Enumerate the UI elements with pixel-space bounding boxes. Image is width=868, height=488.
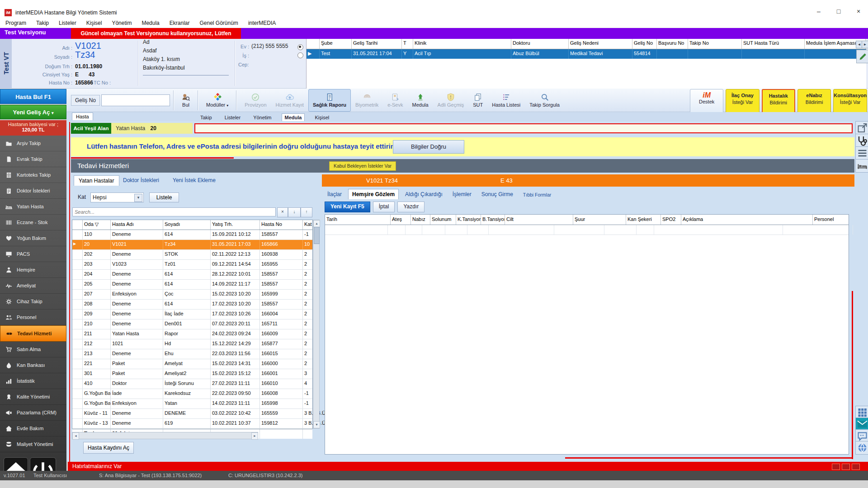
toolbar-button[interactable]: Provizyon: [240, 89, 271, 112]
sidebar-item[interactable]: Doktor İstekleri: [0, 183, 66, 199]
nurse-empty-row[interactable]: [325, 225, 849, 235]
table-row[interactable]: 203 V1023 Tz01 09.12.2021 14:54 165955 2: [72, 260, 312, 270]
toolbar-button[interactable]: Biyometrik: [351, 89, 383, 112]
right-panel-tab[interactable]: Sonuç Girme: [478, 189, 517, 199]
search-down-button[interactable]: ↓: [288, 207, 301, 217]
toolbar-button[interactable]: Adli Geçmiş: [433, 89, 469, 112]
table-row[interactable]: 212 1021 Hd 15.12.2022 14:29 165877 2: [72, 339, 312, 349]
sidebar-item[interactable]: Ameliyat: [0, 278, 66, 294]
nurse-column-header[interactable]: B.Tansiyon: [481, 215, 505, 225]
reminder-icon-2[interactable]: [842, 464, 850, 470]
menu-item[interactable]: Takip: [36, 20, 49, 26]
table-row[interactable]: 213 Deneme Ehu 22.03.2023 11:56 166015 2: [72, 349, 312, 359]
search-clear-button[interactable]: ×: [277, 207, 288, 217]
table-row[interactable]: 205 Deneme 614 14.09.2022 11:17 158557 2: [72, 280, 312, 290]
iptal-button[interactable]: İptal: [373, 202, 395, 212]
bul-button[interactable]: Bul: [177, 89, 194, 112]
sidebar-item[interactable]: Hemşire: [0, 262, 66, 278]
table-row[interactable]: G.Yoğun Ba İade Karekodsuz 22.02.2023 09…: [72, 389, 312, 399]
maximize-button[interactable]: □: [829, 5, 848, 17]
sidebar-item[interactable]: Kan Bankası: [0, 357, 66, 373]
toolbar-button[interactable]: Medula: [408, 89, 433, 112]
acil-yesil-alan-badge[interactable]: Acil Yeşil Alan: [71, 123, 111, 134]
horizontal-scrollbar[interactable]: ◄ ►: [72, 432, 258, 439]
globe-icon[interactable]: [855, 441, 868, 455]
right-panel-tab[interactable]: Aldığı Çıkardığı: [401, 189, 446, 199]
listele-button[interactable]: Listele: [149, 192, 179, 202]
table-row[interactable]: 207 Enfeksiyon Çoc 15.02.2023 10:20 1659…: [72, 290, 312, 300]
right-panel-tab[interactable]: Tıbbi Formlar: [519, 190, 555, 199]
toolbar-button[interactable]: Sağlık Raporu: [308, 89, 351, 112]
visit-column-header[interactable]: Şube: [320, 39, 352, 49]
tab-yeni-istek-ekleme[interactable]: Yeni İstek Ekleme: [168, 175, 220, 185]
menu-item[interactable]: Program: [5, 20, 26, 26]
table-row[interactable]: 202 Deneme STOK 02.11.2022 12:13 160938 …: [72, 250, 312, 260]
tab-yatan-hastalar[interactable]: Yatan Hastalar: [74, 175, 119, 186]
hasta-bul-button[interactable]: Hasta Bul F1: [0, 89, 66, 104]
alert-button[interactable]: Hastalık Bildirimi: [762, 89, 795, 113]
visit-column-header[interactable]: Doktoru: [511, 39, 569, 49]
search-input[interactable]: [72, 207, 276, 216]
yazdir-button[interactable]: Yazdır: [397, 202, 425, 212]
table-row[interactable]: 410 Doktor İsteği Sorunu 27.02.2023 11:1…: [72, 379, 312, 389]
sidebar-item[interactable]: Arşiv Takip: [0, 136, 66, 151]
module-tab[interactable]: Kişisel: [312, 114, 332, 121]
module-tab[interactable]: Takip: [198, 114, 215, 121]
scroll-down-arrow[interactable]: ▼: [313, 421, 320, 428]
menu-item[interactable]: Listeler: [59, 20, 76, 26]
toolbar-button[interactable]: e-Sevk: [383, 89, 407, 112]
visit-radio-1[interactable]: [297, 44, 303, 50]
sidebar-item[interactable]: Kalite Yönetimi: [0, 389, 66, 405]
table-row[interactable]: 20 V1021 Tz34 31.05.2021 17:03 165866 10: [72, 240, 312, 250]
table-row[interactable]: 208 Deneme 614 17.02.2023 10:20 158557 2: [72, 300, 312, 310]
visit-column-header[interactable]: Geliş Tarihi: [352, 39, 402, 49]
alert-button[interactable]: eNabız Bildirimi: [797, 89, 831, 113]
gelis-no-input[interactable]: [101, 94, 170, 106]
nurse-column-header[interactable]: Şuur: [573, 215, 626, 225]
sidebar-item[interactable]: PACS: [0, 246, 66, 262]
list-icon[interactable]: [855, 146, 868, 160]
reminder-icon-1[interactable]: [832, 464, 840, 470]
col-hasta-adi[interactable]: Hasta Adı: [111, 220, 163, 230]
visit-column-header[interactable]: Geliş Nedeni: [569, 39, 632, 49]
pending-requests-button[interactable]: Kabul Bekleyen İstekler Var: [329, 161, 396, 171]
sidebar-item[interactable]: Maliyet Yönetimi: [0, 436, 66, 452]
toolbar-button[interactable]: Hizmet Kayıt: [271, 89, 308, 112]
reminder-bar[interactable]: Hatırlatmalarınız Var: [68, 462, 868, 471]
col-yatis-trh[interactable]: Yatış Trh.: [211, 220, 260, 230]
kat-select[interactable]: Hepsi ▾: [90, 192, 144, 202]
col-oda[interactable]: Oda ▽: [83, 220, 111, 230]
visit-column-header[interactable]: [307, 39, 320, 49]
minimize-button[interactable]: –: [809, 5, 828, 17]
visit-column-header[interactable]: Klinik: [413, 39, 511, 49]
toolbar-button[interactable]: Takip Sorgula: [525, 89, 564, 112]
nurse-column-header[interactable]: SPO2: [661, 215, 681, 225]
col-hasta-no[interactable]: Hasta No: [260, 220, 303, 230]
sidebar-item[interactable]: Evde Bakım: [0, 421, 66, 436]
external-link-icon[interactable]: [855, 121, 868, 135]
sidebar-item[interactable]: İstatistik: [0, 373, 66, 389]
sidebar-item[interactable]: Yatan Hasta: [0, 199, 66, 215]
table-row[interactable]: Küvöz - 11 Deneme DENEME 03.02.2022 10:4…: [72, 409, 312, 419]
menu-item[interactable]: Ekranlar: [170, 20, 190, 26]
scroll-left-arrow[interactable]: ◄: [72, 432, 79, 440]
grid-scroll-right[interactable]: ►: [862, 41, 868, 48]
nurse-column-header[interactable]: K.Tansiyon: [456, 215, 481, 225]
table-row[interactable]: Küvöz - 13 Deneme 619 10.02.2021 10:37 1…: [72, 419, 312, 429]
yeni-kayit-button[interactable]: Yeni Kayıt F5: [325, 202, 370, 212]
table-row[interactable]: 210 Deneme Den001 07.02.2023 20:11 16571…: [72, 319, 312, 329]
alert-button[interactable]: Konsültasyon İsteği Var: [833, 89, 867, 113]
nurse-column-header[interactable]: Cilt: [505, 215, 573, 225]
menu-item[interactable]: Yönetim: [112, 20, 132, 26]
sidebar-item[interactable]: Pazarlama (CRM): [0, 405, 66, 421]
yatan-hasta-badge[interactable]: Yatan Hasta 20: [111, 123, 193, 134]
visit-column-header[interactable]: Başvuru No: [657, 39, 688, 49]
right-panel-tab[interactable]: İlaçlar: [324, 189, 345, 199]
table-row[interactable]: 221 Paket Amelyat 15.02.2023 14:31 16600…: [72, 359, 312, 369]
nurse-column-header[interactable]: Solunum: [430, 215, 456, 225]
vertical-scrollbar[interactable]: ▲ ▼: [313, 220, 320, 429]
yeni-gelis-button[interactable]: Yeni Geliş Aç ▾: [0, 105, 66, 119]
scroll-right-arrow[interactable]: ►: [251, 432, 258, 440]
close-button[interactable]: ×: [849, 5, 868, 17]
nurse-column-header[interactable]: Ateş: [391, 215, 411, 225]
